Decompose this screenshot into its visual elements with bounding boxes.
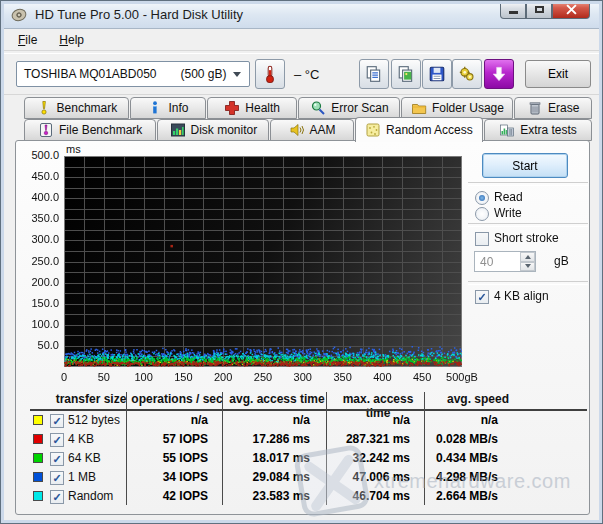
extra-tests-icon bbox=[499, 122, 515, 138]
drive-size: (500 gB) bbox=[181, 67, 227, 81]
menu-bar: File Help bbox=[1, 29, 602, 51]
tab-label: Error Scan bbox=[331, 101, 388, 115]
tab-file-benchmark[interactable]: File Benchmark bbox=[24, 119, 156, 141]
tab-extra-tests[interactable]: Extra tests bbox=[484, 119, 592, 141]
thermometer-icon bbox=[262, 65, 278, 83]
tab-label: AAM bbox=[310, 123, 336, 137]
update-button[interactable] bbox=[484, 59, 514, 89]
tab-aam[interactable]: AAM bbox=[270, 119, 353, 141]
tab-benchmark[interactable]: Benchmark bbox=[24, 97, 129, 119]
title-bar[interactable]: HD Tune Pro 5.00 - Hard Disk Utility bbox=[1, 1, 602, 29]
short-stroke-size-input[interactable]: 40 bbox=[474, 251, 536, 272]
close-icon bbox=[566, 4, 577, 15]
tab-folder-usage[interactable]: Folder Usage bbox=[401, 97, 513, 119]
transfer-size-label: 512 bytes bbox=[68, 413, 120, 427]
copy-text-icon bbox=[365, 65, 383, 83]
y-tick-label: 250.0 bbox=[16, 255, 59, 267]
trash-icon bbox=[527, 100, 543, 116]
align-4kb-label[interactable]: 4 KB align bbox=[494, 289, 549, 303]
menu-file[interactable]: File bbox=[9, 31, 46, 49]
random-access-panel: ms 500.0450.0400.0350.0300.0250.0200.015… bbox=[15, 140, 590, 515]
save-button[interactable] bbox=[422, 59, 452, 89]
copy-text-button[interactable] bbox=[359, 59, 389, 89]
short-stroke-unit: gB bbox=[554, 254, 569, 268]
tab-erase[interactable]: Erase bbox=[514, 97, 592, 119]
random-access-icon bbox=[365, 122, 381, 138]
row-checkbox[interactable] bbox=[50, 452, 64, 466]
row-checkbox[interactable] bbox=[50, 433, 64, 447]
tab-row-bottom: File Benchmark Disk monitor AAM Random A… bbox=[24, 119, 592, 141]
info-icon bbox=[147, 100, 163, 116]
row-checkbox[interactable] bbox=[50, 490, 64, 504]
exit-button[interactable]: Exit bbox=[525, 60, 591, 88]
series-color-key bbox=[33, 434, 43, 444]
table-divider bbox=[222, 392, 223, 505]
y-tick-label: 100.0 bbox=[16, 318, 59, 330]
y-tick-label: 450.0 bbox=[16, 170, 59, 182]
y-tick-label: 500.0 bbox=[16, 149, 59, 161]
series-color-key bbox=[33, 415, 43, 425]
series-color-key bbox=[33, 453, 43, 463]
drive-select[interactable]: TOSHIBA MQ01ABD050 (500 gB) bbox=[16, 61, 250, 87]
table-value: 42 IOPS bbox=[134, 489, 208, 503]
table-value: 23.583 ms bbox=[230, 489, 310, 503]
spin-down-button[interactable] bbox=[520, 262, 535, 272]
write-label[interactable]: Write bbox=[494, 206, 522, 220]
tab-label: Benchmark bbox=[57, 101, 118, 115]
maximize-icon bbox=[535, 6, 544, 13]
read-label[interactable]: Read bbox=[494, 190, 523, 204]
transfer-size-label: 64 KB bbox=[68, 451, 101, 465]
read-radio[interactable] bbox=[475, 191, 489, 205]
maximize-button[interactable] bbox=[526, 1, 552, 19]
table-divider bbox=[126, 392, 127, 505]
write-radio[interactable] bbox=[475, 207, 489, 221]
transfer-size-label: 4 KB bbox=[68, 432, 94, 446]
benchmark-icon bbox=[36, 100, 52, 116]
table-value: 4.298 MB/s bbox=[416, 470, 498, 484]
table-divider bbox=[326, 392, 327, 505]
tab-label: Extra tests bbox=[520, 123, 577, 137]
short-stroke-label[interactable]: Short stroke bbox=[494, 231, 559, 245]
bar-chart-icon bbox=[170, 122, 186, 138]
save-icon bbox=[428, 65, 446, 83]
separator bbox=[468, 281, 588, 285]
y-tick-label: 150.0 bbox=[16, 297, 59, 309]
tab-health[interactable]: Health bbox=[207, 97, 297, 119]
options-button[interactable] bbox=[452, 59, 482, 89]
tab-disk-monitor[interactable]: Disk monitor bbox=[157, 119, 269, 141]
table-value: 47.006 ms bbox=[334, 470, 410, 484]
table-value: 32.242 ms bbox=[334, 451, 410, 465]
table-value: 57 IOPS bbox=[134, 432, 208, 446]
table-value: 287.321 ms bbox=[334, 432, 410, 446]
align-4kb-checkbox[interactable] bbox=[475, 290, 489, 304]
spin-up-button[interactable] bbox=[520, 252, 535, 262]
tab-label: Random Access bbox=[386, 123, 473, 137]
exit-label: Exit bbox=[548, 67, 568, 81]
col-header-avg-access: avg. access time bbox=[227, 392, 327, 407]
x-tick-label: 500gB bbox=[430, 371, 494, 383]
start-label: Start bbox=[512, 159, 537, 173]
close-button[interactable] bbox=[552, 1, 590, 19]
transfer-size-label: 1 MB bbox=[68, 470, 96, 484]
y-tick-label: 50.0 bbox=[16, 339, 59, 351]
window-title: HD Tune Pro 5.00 - Hard Disk Utility bbox=[35, 7, 243, 22]
row-checkbox[interactable] bbox=[50, 414, 64, 428]
tab-error-scan[interactable]: Error Scan bbox=[298, 97, 400, 119]
temperature-button[interactable] bbox=[255, 59, 285, 89]
table-value: n/a bbox=[134, 413, 208, 427]
short-stroke-checkbox[interactable] bbox=[475, 232, 489, 246]
drive-name: TOSHIBA MQ01ABD050 bbox=[24, 67, 157, 81]
minimize-button[interactable] bbox=[500, 1, 526, 19]
table-header-rule bbox=[30, 409, 587, 411]
table-value: n/a bbox=[416, 413, 498, 427]
menu-help[interactable]: Help bbox=[50, 31, 93, 49]
random-access-scatter-chart bbox=[64, 156, 462, 367]
copy-image-icon bbox=[397, 65, 415, 83]
row-checkbox[interactable] bbox=[50, 471, 64, 485]
tab-row-top: Benchmark Info Health Error Scan Folder … bbox=[24, 97, 592, 119]
tab-info[interactable]: Info bbox=[130, 97, 206, 119]
table-value: 0.434 MB/s bbox=[416, 451, 498, 465]
start-button[interactable]: Start bbox=[482, 153, 568, 178]
copy-image-button[interactable] bbox=[391, 59, 421, 89]
tab-random-access[interactable]: Random Access bbox=[355, 117, 483, 142]
